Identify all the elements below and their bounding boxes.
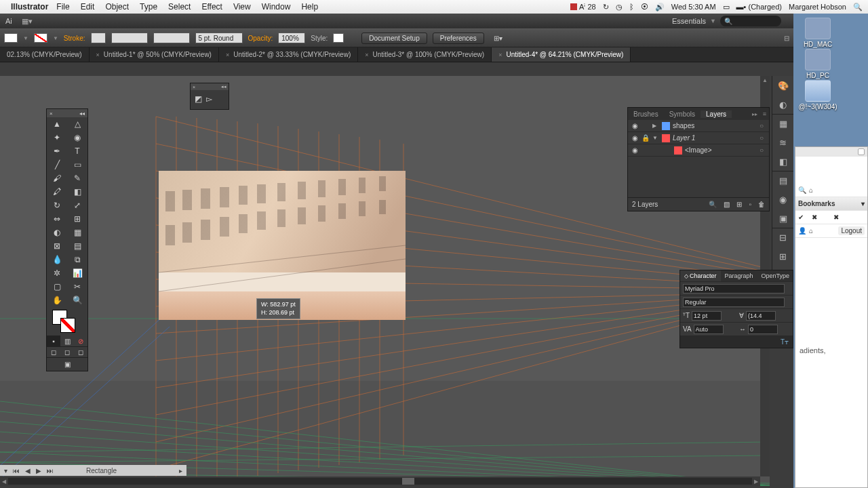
character-tab[interactable]: ◇Character	[680, 270, 721, 281]
color-mode-icon[interactable]: ▪	[47, 336, 60, 346]
opacity-input[interactable]	[278, 33, 305, 43]
nav-first-icon[interactable]: ⏮	[13, 467, 20, 474]
menu-type[interactable]: Type	[140, 2, 157, 12]
display-icon[interactable]: ▭	[723, 3, 730, 12]
sync-icon[interactable]: ↻	[603, 3, 609, 12]
new-sublayer-icon[interactable]: ⊞	[736, 201, 742, 208]
chevron-down-icon[interactable]: ▼	[710, 18, 716, 24]
draw-normal-icon[interactable]: ◻	[47, 347, 60, 357]
close-icon[interactable]: ×	[50, 110, 53, 117]
desktop-drive-mac[interactable]: HD_MAC	[797, 18, 838, 48]
timemachine-icon[interactable]: ◷	[616, 3, 623, 12]
transparency-icon[interactable]: ▤	[772, 171, 793, 190]
slice-tool[interactable]: ✂	[67, 280, 87, 293]
perspective-grid-tool[interactable]: ▦	[67, 226, 87, 239]
zoom-tool[interactable]: 🔍	[67, 293, 87, 307]
nav-next-icon[interactable]: ▶	[36, 467, 41, 474]
home-icon[interactable]: ⌂	[809, 186, 813, 194]
zoom-stepper[interactable]: ▾	[4, 467, 7, 474]
stroke-profile-input[interactable]	[195, 33, 243, 43]
menu-view[interactable]: View	[233, 2, 251, 12]
fill-stroke-control[interactable]	[47, 307, 87, 336]
user-name[interactable]: Margaret Hobson	[789, 3, 846, 11]
fill-swatch[interactable]	[4, 33, 18, 43]
desktop-folder[interactable]: @!~3(W304)	[797, 80, 838, 110]
close-icon[interactable]: ×	[96, 52, 100, 58]
hand-tool[interactable]: ✋	[47, 293, 67, 307]
doc-tab[interactable]: ×Untitled-3* @ 100% (CMYK/Preview)	[358, 47, 492, 62]
doc-tab[interactable]: ×Untitled-1* @ 50% (CMYK/Preview)	[90, 47, 219, 62]
selection-tool[interactable]: ▲	[47, 117, 67, 131]
close-icon[interactable]: ×	[193, 85, 195, 89]
paintbrush-tool[interactable]: 🖌	[47, 171, 67, 185]
visibility-icon[interactable]: ◉	[631, 122, 639, 129]
appearance-icon[interactable]: ◉	[772, 190, 793, 209]
logout-button[interactable]: Logout	[838, 226, 865, 235]
touch-type-icon[interactable]: Tᴛ	[781, 338, 789, 346]
panel-menu-icon[interactable]: ≡	[760, 110, 769, 117]
close-icon[interactable]: ✖	[812, 214, 817, 221]
brushes-tab[interactable]: Brushes	[628, 110, 664, 118]
layer-name[interactable]: <Image>	[685, 146, 757, 154]
tools-panel[interactable]: ×◂◂ ▲ △ ✦ ◉ ✒ T ╱ ▭ 🖌 ✎ 🖍 ◧ ↻ ⤢ ⇔ ⊞ ◐ ▦ …	[46, 108, 88, 371]
close-icon[interactable]: ×	[226, 52, 229, 58]
doc-tab[interactable]: 02.13% (CMYK/Preview)	[0, 47, 90, 62]
symbol-sprayer-tool[interactable]: ✲	[47, 266, 67, 280]
color-guide-icon[interactable]: ◐	[772, 95, 793, 114]
target-icon[interactable]: ○	[760, 122, 766, 129]
bridge-icon[interactable]: ▦▾	[22, 17, 33, 26]
menu-object[interactable]: Object	[105, 2, 129, 12]
stroke-swatch[interactable]	[34, 33, 47, 43]
cc-status[interactable]: Aⁱ 28	[570, 3, 596, 12]
locate-icon[interactable]: 🔍	[709, 201, 717, 208]
symbols-tab[interactable]: Symbols	[664, 110, 701, 118]
swatches-icon[interactable]: ▦	[772, 114, 793, 133]
screen-mode-icon[interactable]: ▣	[47, 358, 87, 371]
help-search-input[interactable]: 🔍	[720, 16, 781, 26]
doc-tab[interactable]: ×Untitled-2* @ 33.33% (CMYK/Preview)	[219, 47, 358, 62]
none-mode-icon[interactable]: ⊘	[74, 336, 87, 346]
pen-tool[interactable]: ✒	[47, 144, 67, 158]
color-panel-icon[interactable]: 🎨	[772, 76, 793, 95]
menu-window[interactable]: Window	[262, 2, 291, 12]
visibility-icon[interactable]: ◉	[631, 134, 639, 142]
layer-row[interactable]: ◉🔒 ▼ Layer 1 ○	[628, 132, 769, 144]
stroke-color[interactable]	[60, 318, 75, 333]
battery-icon[interactable]: ▬▪ (Charged)	[736, 3, 782, 11]
draw-inside-icon[interactable]: ◻	[74, 347, 87, 357]
perspective-plane-widget[interactable]: ×◂◂ ◩ ▻	[190, 83, 229, 110]
close-icon[interactable]: ✖	[833, 214, 839, 221]
eraser-tool[interactable]: ◧	[67, 185, 87, 199]
font-family-input[interactable]	[683, 284, 785, 293]
line-tool[interactable]: ╱	[47, 158, 67, 171]
rotate-tool[interactable]: ↻	[47, 199, 67, 212]
horizontal-scrollbar[interactable]: ◀ ▶	[0, 476, 760, 486]
stroke-panel-icon[interactable]: ≋	[772, 133, 793, 152]
shape-builder-tool[interactable]: ◐	[47, 226, 67, 239]
blend-tool[interactable]: ⧉	[67, 253, 87, 266]
kerning-input[interactable]	[694, 325, 724, 334]
collapse-icon[interactable]: ◂◂	[221, 84, 226, 89]
width-tool[interactable]: ⇔	[47, 212, 67, 226]
disclosure-icon[interactable]: ▶	[652, 123, 659, 129]
search-icon[interactable]: 🔍	[798, 186, 806, 194]
spotlight-icon[interactable]: 🔍	[853, 3, 863, 12]
direct-selection-tool[interactable]: △	[67, 117, 87, 131]
scale-tool[interactable]: ⤢	[67, 199, 87, 212]
align-panel-icon[interactable]: ⊟	[772, 228, 793, 247]
leading-input[interactable]	[746, 311, 776, 321]
character-panel[interactable]: ◇Character Paragraph OpenType ᵀT Ɐ VA ↔ …	[679, 270, 793, 348]
free-transform-tool[interactable]: ⊞	[67, 212, 87, 226]
layers-panel[interactable]: Brushes Symbols Layers ▸▸ ≡ ◉ ▶ shapes ○…	[627, 107, 770, 211]
layer-name[interactable]: shapes	[673, 122, 757, 129]
doc-tab-active[interactable]: ×Untitled-4* @ 64.21% (CMYK/Preview)	[492, 47, 631, 62]
rectangle-tool[interactable]: ▭	[67, 158, 87, 171]
column-graph-tool[interactable]: 📊	[67, 266, 87, 280]
preferences-button[interactable]: Preferences	[433, 33, 484, 44]
gradient-icon[interactable]: ◧	[772, 152, 793, 171]
disclosure-icon[interactable]: ▼	[652, 135, 659, 141]
target-icon[interactable]: ○	[760, 134, 766, 142]
menu-effect[interactable]: Effect	[201, 2, 222, 12]
volume-icon[interactable]: 🔊	[655, 3, 665, 12]
menu-help[interactable]: Help	[301, 2, 318, 12]
